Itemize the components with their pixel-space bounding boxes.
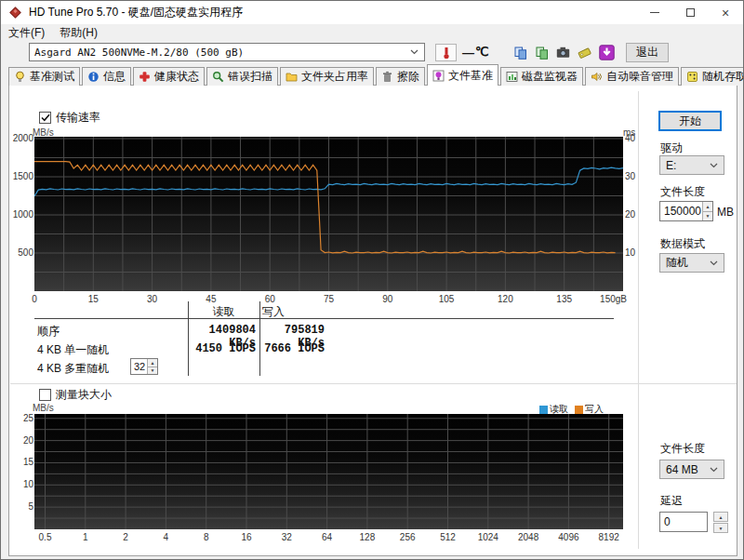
tick-label: 8192 — [591, 532, 628, 542]
maximize-icon — [686, 8, 695, 17]
screenshot-button[interactable] — [552, 43, 574, 62]
menu-help[interactable]: 帮助(H) — [52, 25, 105, 41]
scan-icon — [212, 71, 224, 83]
delay-value: 0 — [660, 513, 707, 531]
tab-random-access[interactable]: 随机存取 — [681, 67, 744, 86]
chevron-down-icon — [410, 49, 418, 55]
file-benchmark-page: 传输速率 MB/s ms 200015001000500 40302010 01… — [8, 85, 737, 556]
tab-label: 磁盘监视器 — [522, 69, 578, 85]
spinner-arrows[interactable]: ▲▼ — [702, 202, 712, 220]
temperature-unit: ℃ — [475, 45, 489, 59]
tick-label: 1024 — [470, 532, 507, 542]
copy-image-button[interactable] — [531, 43, 552, 62]
drive-combo[interactable]: E: — [659, 155, 724, 175]
tick-label: 15 — [9, 457, 33, 467]
tab-auto-noise[interactable]: 自动噪音管理 — [585, 67, 679, 86]
transfer-rate-label: 传输速率 — [56, 110, 100, 126]
vertical-divider — [638, 91, 639, 549]
tick-label: 90 — [374, 294, 402, 304]
start-button[interactable]: 开始 — [658, 111, 722, 131]
write-swatch — [575, 406, 583, 414]
erase-icon — [381, 71, 393, 83]
exit-button[interactable]: 退出 — [626, 43, 669, 62]
save-button[interactable] — [574, 43, 595, 62]
update-download-button[interactable] — [596, 43, 618, 62]
block-size-chart-svg — [34, 414, 623, 529]
y-axis-unit-bottom-chart: MB/s — [33, 403, 54, 413]
tab-error-scan[interactable]: 错误扫描 — [206, 67, 278, 86]
noise-icon — [591, 71, 603, 83]
tick-label: 4096 — [550, 532, 587, 542]
folder-icon — [286, 71, 298, 83]
tab-folder-usage[interactable]: 文件夹占用率 — [280, 67, 374, 86]
tab-erase[interactable]: 擦除 — [376, 67, 425, 86]
delay-down-button[interactable]: ▼ — [713, 523, 728, 533]
tick-label: 8 — [188, 532, 225, 542]
tick-label: 0 — [20, 294, 48, 304]
queue-depth-spinner[interactable]: 32 ▲▼ — [130, 358, 158, 375]
tick-label: 30 — [139, 294, 166, 304]
tick-label: 15 — [79, 294, 107, 304]
table-column-rule-2 — [259, 301, 260, 376]
transfer-rate-chart — [34, 137, 623, 291]
queue-depth-value: 32 — [131, 359, 147, 374]
minimize-icon — [650, 12, 659, 13]
data-mode-combo[interactable]: 随机 — [659, 253, 724, 273]
delay-up-button[interactable]: ▲ — [713, 512, 728, 522]
toolbar: Asgard AN2 500NVMe-M.2/80 (500 gB) — ℃ — [1, 41, 743, 64]
file-length-unit: MB — [717, 206, 734, 219]
tab-label: 自动噪音管理 — [606, 69, 673, 85]
checkbox-box — [39, 389, 51, 401]
drive-select-combo[interactable]: Asgard AN2 500NVMe-M.2/80 (500 gB) — [29, 43, 425, 61]
camera-icon — [556, 47, 570, 59]
menu-file[interactable]: 文件(F) — [1, 25, 52, 41]
delay-label: 延迟 — [660, 493, 683, 509]
tick-label: 1500 — [9, 171, 33, 181]
copy-green-icon — [536, 47, 549, 60]
file-length-label: 文件长度 — [660, 184, 705, 200]
minimize-button[interactable] — [637, 1, 672, 24]
tick-label: 128 — [349, 532, 386, 542]
tick-label: 40 — [625, 133, 635, 143]
row-4kb-single-label: 4 KB 单一随机 — [37, 342, 109, 358]
tick-label: 2 — [107, 532, 144, 542]
tick-label: 45 — [197, 294, 225, 304]
table-column-rule-1 — [188, 301, 189, 376]
thermometer-icon — [441, 46, 452, 60]
tick-label: 75 — [315, 294, 343, 304]
tick-label: 30 — [625, 171, 635, 181]
title-bar: HD Tune Pro 5.70 - 硬盘/固态硬盘实用程序 × — [1, 1, 743, 24]
close-button[interactable]: × — [708, 1, 743, 24]
delay-input[interactable]: 0 — [659, 512, 708, 532]
price-tag-icon — [578, 47, 591, 60]
tick-label: 135 — [551, 294, 578, 304]
tab-benchmark[interactable]: 基准测试 — [8, 67, 80, 86]
tick-label: 4 — [147, 532, 184, 542]
tick-label: 1000 — [9, 209, 33, 220]
file-length-combo-2[interactable]: 64 MB — [659, 460, 724, 479]
file-length-spinner[interactable]: 150000 ▲▼ — [659, 201, 713, 221]
spin-up-icon[interactable]: ▲ — [703, 202, 712, 212]
transfer-rate-checkbox[interactable]: 传输速率 — [39, 110, 100, 126]
tick-label: 5 — [9, 501, 33, 512]
maximize-button[interactable] — [672, 1, 708, 24]
spin-down-icon[interactable]: ▼ — [148, 367, 157, 375]
hdtune-window: HD Tune Pro 5.70 - 硬盘/固态硬盘实用程序 × 文件(F) 帮… — [0, 0, 744, 560]
spin-up-icon[interactable]: ▲ — [148, 359, 157, 367]
data-mode-value: 随机 — [660, 255, 710, 271]
spin-down-icon[interactable]: ▼ — [703, 212, 712, 221]
row-4kb-multi-label: 4 KB 多重随机 — [37, 361, 109, 377]
copy-text-button[interactable] — [510, 43, 531, 62]
tick-label: 25 — [9, 413, 33, 423]
block-size-checkbox[interactable]: 测量块大小 — [39, 387, 112, 403]
tab-disk-monitor[interactable]: 磁盘监视器 — [500, 67, 583, 86]
tick-label: 10 — [9, 479, 33, 489]
spinner-arrows[interactable]: ▲▼ — [147, 359, 157, 374]
tab-file-benchmark[interactable]: 文件基准 — [427, 64, 498, 86]
tab-info[interactable]: 信息 — [82, 67, 131, 86]
file-benchmark-icon — [432, 70, 445, 82]
tick-label: 10 — [625, 247, 635, 258]
transfer-rate-chart-svg — [34, 137, 623, 291]
tab-label: 健康状态 — [154, 69, 199, 85]
tab-health[interactable]: 健康状态 — [133, 67, 205, 86]
